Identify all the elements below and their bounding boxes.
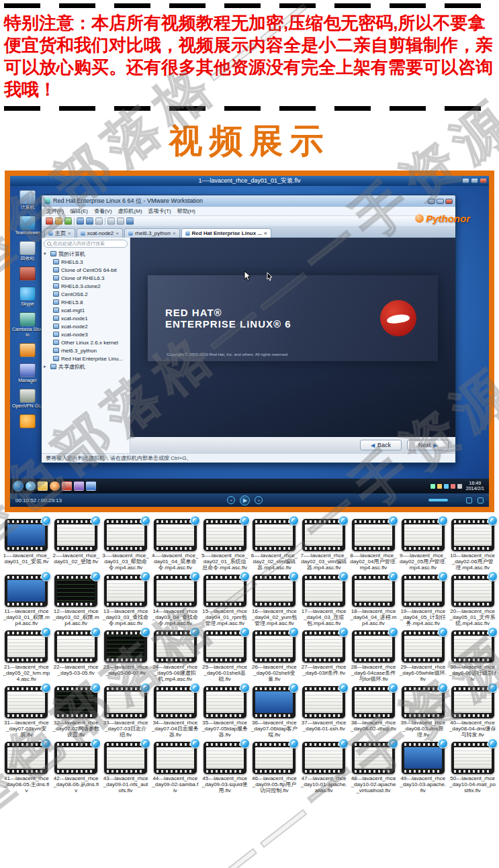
video-item[interactable]: 37---lavacent_rhce_day08-01-ssh.flv — [300, 686, 348, 738]
film-strip-thumbnail[interactable] — [352, 742, 395, 774]
maximize-icon[interactable] — [471, 178, 478, 183]
film-strip-thumbnail[interactable] — [54, 630, 97, 663]
film-strip-thumbnail[interactable] — [302, 519, 345, 551]
tab-close-icon[interactable]: × — [68, 230, 71, 236]
film-strip-thumbnail[interactable] — [154, 686, 197, 718]
film-strip-thumbnail[interactable] — [104, 742, 147, 774]
video-item[interactable]: 41---lavacent_rhce_day08-05-主dns.flv — [3, 742, 50, 793]
film-strip-thumbnail[interactable] — [253, 519, 296, 551]
video-item[interactable]: 5----lavacent_rhce_day02_01_系统信息命令.mp4.a… — [201, 519, 248, 571]
video-item[interactable]: 38---lavacent_rhce_day08-02-dhcp.flv — [350, 686, 398, 738]
film-strip-thumbnail[interactable] — [253, 686, 296, 718]
vm-tree-item[interactable]: rhel6.3_python — [44, 346, 130, 354]
settings-icon[interactable] — [466, 497, 472, 503]
film-strip-thumbnail[interactable] — [451, 686, 494, 718]
video-item[interactable]: 15---lavacent_rhce_day04_01_rpm包管理.mp4.a… — [201, 575, 248, 626]
vm-tree-item[interactable]: xcat-node2 — [44, 322, 130, 330]
video-item[interactable]: 29---lavacent_rhce_day6-05while循环.flv — [399, 630, 447, 682]
tab-close-icon[interactable]: × — [116, 230, 119, 236]
video-item[interactable]: 49---lavacent_rhce_day10-03-apache.flv — [399, 742, 447, 793]
taskbar-app-icon[interactable] — [86, 481, 96, 491]
film-strip-thumbnail[interactable] — [203, 519, 246, 551]
vm-tree-item[interactable]: RHEL5.8 — [44, 298, 130, 306]
film-strip-thumbnail[interactable] — [302, 742, 345, 774]
power-on-icon[interactable] — [64, 218, 72, 225]
film-strip-thumbnail[interactable] — [253, 575, 296, 607]
vm-tree-item[interactable]: Clone of RHEL6.3 — [44, 274, 130, 282]
close-icon[interactable] — [445, 199, 453, 204]
video-item[interactable]: 3----lavacent_rhce_day01_03_帮助命令.mp4.asc… — [102, 519, 150, 571]
maximize-icon[interactable] — [437, 199, 444, 204]
film-strip-thumbnail[interactable] — [5, 519, 48, 551]
video-item[interactable]: 17---lavacent_rhce_day04_03_压缩包.mp4.asc.… — [300, 575, 348, 626]
menu-item[interactable]: 虚拟机(M) — [118, 207, 142, 215]
film-strip-thumbnail[interactable] — [154, 742, 197, 774]
previous-icon[interactable]: « — [227, 496, 235, 504]
vm-tree-item[interactable]: Clone of CentOS 64-bit — [44, 266, 130, 274]
film-strip-thumbnail[interactable] — [402, 742, 445, 774]
library-search-input[interactable]: 在此处键入内容进行搜索 — [44, 240, 128, 248]
film-strip-thumbnail[interactable] — [54, 686, 97, 718]
film-strip-thumbnail[interactable] — [451, 519, 494, 551]
vm-tab[interactable]: xcat-node2 × — [77, 228, 123, 238]
video-item[interactable]: 23---lavacent_rhce_day05-06-07.flv — [102, 630, 150, 682]
film-strip-thumbnail[interactable] — [302, 630, 345, 663]
video-item[interactable]: 47---lavacent_rhce_day10-01-apache.alias… — [300, 742, 348, 793]
tab-close-icon[interactable]: × — [264, 230, 267, 236]
vm-tree-item[interactable]: RHEL6.3 — [44, 258, 130, 266]
video-item[interactable]: 36---lavacent_rhce_day07-06ldap客户端.flv — [251, 686, 298, 738]
video-item[interactable]: 43---lavacent_rhce_day09-01-nfs_autofs.f… — [102, 742, 150, 793]
vm-tab[interactable]: 主页 × — [44, 228, 75, 238]
taskbar-app-icon[interactable] — [74, 481, 84, 491]
film-strip-thumbnail[interactable] — [402, 630, 445, 663]
desktop-icon[interactable]: Camtasia Studio — [12, 312, 43, 338]
fullscreen-icon[interactable] — [126, 218, 134, 225]
taskbar-app-icon[interactable] — [62, 481, 72, 491]
vm-tab[interactable]: rhel6.3_python × — [124, 228, 180, 238]
film-strip-thumbnail[interactable] — [203, 575, 246, 607]
film-strip-thumbnail[interactable] — [5, 686, 48, 718]
vm-tab[interactable]: Red Hat Enterprise Linux ... × — [181, 228, 271, 238]
tray-icon[interactable] — [430, 484, 435, 489]
minimize-icon[interactable] — [428, 199, 435, 204]
video-item[interactable]: 4----lavacent_rhce_day01_04_简单命令.mp4.asc… — [151, 519, 199, 571]
film-strip-thumbnail[interactable] — [154, 630, 197, 663]
film-strip-thumbnail[interactable] — [352, 519, 395, 551]
video-item[interactable]: 21---lavacent_rhce_day05_02_lvm.mp4.asc.… — [3, 630, 50, 682]
film-strip-thumbnail[interactable] — [54, 742, 97, 774]
film-strip-thumbnail[interactable] — [5, 742, 48, 774]
snapshot-icon[interactable] — [77, 218, 84, 225]
film-strip-thumbnail[interactable] — [451, 575, 494, 607]
video-item[interactable]: 19---lavacent_rhce_day04_05_计划任务.mp4.asc… — [399, 575, 447, 626]
menu-item[interactable]: 选项卡(T) — [148, 207, 171, 215]
power-off-icon[interactable] — [46, 218, 53, 225]
video-item[interactable]: 39---lavacent_rhce_day08-03-dns原理.flv — [399, 686, 447, 738]
video-item[interactable]: 40---lavacent_rhce_day08-04-dns缓存与转发.flv — [449, 686, 496, 738]
video-item[interactable]: 16---lavacent_rhce_day04_02_yum包管理.mp4.a… — [251, 575, 298, 626]
desktop-icon[interactable]: 计算机 — [12, 190, 43, 210]
desktop-icon[interactable]: Teamviewer — [12, 215, 43, 236]
desktop-icon[interactable] — [12, 267, 43, 281]
desktop-icon[interactable]: OpenVPN GUI — [12, 389, 43, 409]
manage-snapshot-icon[interactable] — [95, 218, 103, 225]
film-strip-thumbnail[interactable] — [253, 630, 296, 663]
desktop-icon[interactable] — [12, 414, 43, 429]
video-item[interactable]: 48---lavacent_rhce_day10-02-apache_virtu… — [350, 742, 398, 793]
film-strip-thumbnail[interactable] — [352, 630, 395, 663]
tray-icon[interactable] — [444, 484, 449, 489]
video-item[interactable]: 27---lavacent_rhce_day6-03if条件.flv — [300, 630, 348, 682]
video-item[interactable]: 18---lavacent_rhce_day04_04_进程.mp4.asc.f… — [350, 575, 398, 626]
network-icon[interactable] — [457, 484, 462, 489]
video-item[interactable]: 31---lavacent_rhce_day07-01kvm安装.flv — [3, 686, 50, 738]
video-item[interactable]: 32---lavacent_rhce_day07-02网络参数设置.flv — [52, 686, 100, 738]
vm-tree-item[interactable]: xcat-node1 — [44, 314, 130, 322]
taskbar-app-icon[interactable] — [38, 481, 48, 491]
vmware-title-bar[interactable]: Red Hat Enterprise Linux 6 64 位 - VMware… — [42, 195, 455, 207]
video-item[interactable]: 24---lavacent_rhce_day05-08建虚拟机.mp4.asc.… — [151, 630, 199, 682]
video-item[interactable]: 25---lavacent_rhce_day06-01shell基础.flv — [201, 630, 248, 682]
video-item[interactable]: 6----lavacent_rhce_day2_02_vim编辑器.mp4.as… — [251, 519, 298, 571]
video-item[interactable]: 11---lavacent_rhce_day03_01_权限.mp4.asc.f… — [3, 575, 50, 626]
video-item[interactable]: 33---lavacent_rhce_day07-03日志介绍.flv — [102, 686, 150, 738]
video-item[interactable]: 12---lavacent_rhce_day03_02_权限.mp4.asc.f… — [52, 575, 100, 626]
film-strip-thumbnail[interactable] — [154, 519, 197, 551]
